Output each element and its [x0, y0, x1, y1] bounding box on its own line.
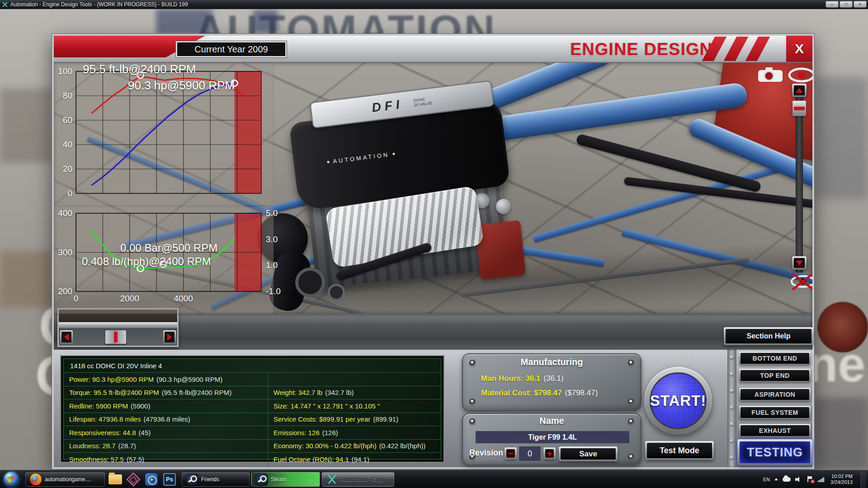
- man-hours-stat: Man Hours: 36.1(36.1): [481, 374, 564, 383]
- taskbar-item-media-player[interactable]: [143, 472, 160, 487]
- save-button[interactable]: Save: [559, 446, 618, 461]
- screen: AUTOMATION C O ne Automation - Engine De…: [0, 0, 868, 488]
- taskbar-item-label: Friends: [201, 476, 219, 483]
- rivet-icon: [730, 355, 734, 359]
- rivet-icon: [730, 372, 734, 376]
- taskbar-item-automation[interactable]: Automation - Eng...: [322, 472, 394, 487]
- stats-cell: Redline: 5900 RPM(5900): [64, 399, 268, 413]
- clock-date: 3/24/2013: [830, 479, 853, 485]
- start-menu-button[interactable]: [4, 472, 19, 487]
- taskbar-item-steam-friends[interactable]: Friends: [182, 472, 250, 487]
- nav-button-aspiration[interactable]: ASPIRATION: [739, 388, 811, 401]
- action-center-flag-icon[interactable]: ×: [807, 476, 813, 483]
- revision-plus-button[interactable]: +: [543, 447, 556, 460]
- stats-row: Torque: 95.5 ft-lb@2400 RPM(95.5 ft-lb@2…: [64, 386, 441, 399]
- slider-handle[interactable]: [105, 330, 126, 344]
- slider-right-button[interactable]: [163, 330, 176, 344]
- rivet-icon: [730, 405, 734, 409]
- visibility-eye-icon[interactable]: [787, 66, 812, 84]
- taskbar-item-label: Steam: [271, 476, 287, 483]
- left-arrow-icon: [64, 333, 69, 341]
- slider-up-face: [794, 85, 805, 95]
- stats-row: Lifespan: 47936.8 miles(47936.8 miles)Se…: [64, 413, 441, 426]
- show-desktop-button[interactable]: [861, 470, 866, 488]
- window-titlebar: Automation - Engine Design Tools - (WORK…: [0, 0, 868, 9]
- axis-tick: 3.0: [266, 235, 278, 244]
- engine-3d-viewport[interactable]: DFI DOHC 20 VALVE AUTOMATION: [54, 63, 812, 314]
- stats-cell: [268, 373, 441, 386]
- language-indicator[interactable]: EN: [763, 477, 770, 482]
- name-title: Name: [463, 416, 641, 426]
- stat-value: Size: 14.747 " x 12.791 " x 10.105 ": [274, 402, 380, 410]
- stats-row: Redline: 5900 RPM(5900)Size: 14.747 " x …: [64, 399, 441, 413]
- stats-cell: Service Costs: $899.91 per year(899.91): [268, 413, 441, 426]
- taskbar-item-explorer[interactable]: [107, 472, 124, 487]
- cloud-icon[interactable]: [783, 477, 791, 482]
- test-mode-button[interactable]: Test Mode: [645, 441, 714, 460]
- screw-icon: [628, 454, 634, 460]
- wallpaper-shape: [156, 9, 212, 34]
- show-hidden-icons-arrow[interactable]: [774, 478, 778, 480]
- slider-down-button[interactable]: [792, 256, 807, 270]
- start-test-button[interactable]: START!: [644, 367, 712, 435]
- close-button[interactable]: ×: [854, 1, 867, 8]
- slider-left-button[interactable]: [60, 330, 73, 344]
- taskbar-clock[interactable]: 10:02 PM 3/24/2013: [830, 474, 853, 485]
- hide-overlay-eye-crossed-icon[interactable]: [789, 272, 812, 291]
- rivet-icon: [730, 439, 734, 443]
- screenshot-camera-icon[interactable]: [755, 66, 785, 84]
- nav-button-fuel-system[interactable]: FUEL SYSTEM: [739, 406, 811, 419]
- engine-mount: [475, 220, 526, 280]
- manufacturing-panel: Manufacturing Man Hours: 36.1(36.1) Mate…: [462, 353, 642, 411]
- slider-track[interactable]: [59, 328, 177, 346]
- nav-button-exhaust[interactable]: EXHAUST: [739, 424, 811, 437]
- bottom-panel: 1418 cc DOHC DI 20V Inline 4 Power: 90.3…: [54, 350, 812, 467]
- alert-badge: ×: [811, 479, 815, 483]
- stat-value: Service Costs: $899.91 per year: [274, 415, 370, 423]
- photoshop-icon: Ps: [163, 473, 176, 486]
- stat-paren-value: (0.422 lb/(hph)): [379, 442, 426, 450]
- stat-value: Responsiveness: 44.8: [69, 429, 136, 436]
- revision-minus-button[interactable]: −: [505, 447, 517, 460]
- minimize-button[interactable]: –: [826, 1, 839, 8]
- engine-name-input[interactable]: [476, 431, 629, 443]
- zoom-slider-handle[interactable]: [793, 101, 806, 116]
- slider-band: [59, 322, 177, 328]
- system-tray: EN × 10:02 PM 3/24/2013: [763, 470, 868, 488]
- taskbar-item-steam[interactable]: Steam: [251, 472, 320, 487]
- stat-value: Torque: 95.5 ft-lb@2400 RPM: [69, 389, 159, 396]
- taskbar-item-photoshop[interactable]: Ps: [161, 472, 178, 487]
- stats-row: Responsiveness: 44.8(45)Emissions: 126(1…: [64, 426, 441, 439]
- start-button-face: START!: [650, 372, 707, 429]
- wallpaper-shape: [253, 10, 278, 33]
- engine-stats-table: 1418 cc DOHC DI 20V Inline 4 Power: 90.3…: [60, 355, 444, 463]
- taskbar-item-firefox[interactable]: automationgame....: [25, 472, 105, 487]
- taskbar-item-label: Automation - Eng...: [340, 476, 387, 483]
- nav-button-testing-active[interactable]: TESTING: [737, 439, 812, 465]
- boost-annotation: 0.00 Bar@500 RPM: [120, 242, 217, 254]
- maximize-button[interactable]: □: [840, 1, 853, 8]
- nav-button-top-end[interactable]: TOP END: [739, 369, 811, 382]
- stats-row: Loudness: 28.7(28.7)Economy: 30.00% - 0.…: [64, 439, 441, 453]
- stats-cell: Emissions: 126(126): [268, 426, 441, 439]
- truss-bar: [533, 161, 796, 243]
- taskbar-item-3d-app[interactable]: [125, 472, 142, 487]
- axis-tick: 80: [63, 91, 72, 101]
- right-arrow-icon: [167, 333, 172, 341]
- volume-icon[interactable]: [795, 477, 802, 482]
- engine-spec-label: DOHC 20 VALVE: [413, 96, 433, 108]
- up-arrow-icon: [796, 88, 803, 93]
- stat-paren-value: (126): [322, 429, 338, 436]
- network-signal-icon[interactable]: [818, 477, 824, 482]
- pulley: [328, 284, 345, 301]
- automation-icon: [326, 474, 337, 485]
- stat-paren-value: (342.7 lb): [325, 389, 354, 396]
- slider-up-button[interactable]: [792, 84, 807, 97]
- windows-logo-icon: [7, 476, 14, 482]
- rivet-icon: [730, 422, 734, 426]
- nav-button-bottom-end[interactable]: BOTTOM END: [739, 352, 811, 365]
- stats-cell: Economy: 30.00% - 0.422 lb/(hph)(0.422 l…: [268, 440, 441, 453]
- game-close-button[interactable]: X: [786, 36, 812, 62]
- section-help-button[interactable]: Section Help: [724, 327, 813, 345]
- power-peak-annotation: 90.3 hp@5900 RPM: [128, 79, 235, 93]
